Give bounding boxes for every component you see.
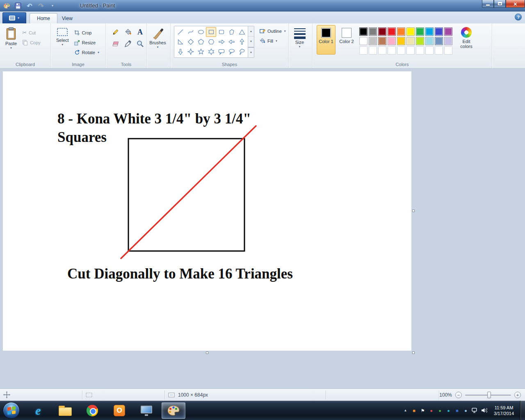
tray-lightblue-app-icon[interactable]: ● xyxy=(463,408,469,413)
show-desktop-button[interactable] xyxy=(520,401,525,420)
zoom-in-button[interactable]: + xyxy=(514,392,521,398)
palette-empty-slot[interactable] xyxy=(378,46,386,55)
maximize-button[interactable] xyxy=(494,0,506,8)
palette-color[interactable] xyxy=(425,37,434,45)
palette-color[interactable] xyxy=(378,27,386,36)
canvas-resize-handle-right[interactable] xyxy=(412,210,415,212)
text-tool-button[interactable]: A xyxy=(135,27,146,37)
rotate-button[interactable]: Rotate ▼ xyxy=(73,48,101,57)
palette-color[interactable] xyxy=(388,27,396,36)
outline-button[interactable]: Outline ▼ xyxy=(258,27,288,35)
minimize-button[interactable] xyxy=(482,0,494,8)
close-button[interactable]: × xyxy=(506,0,525,8)
shape-right-arrow[interactable] xyxy=(216,37,226,47)
color2-button[interactable]: Color 2 xyxy=(337,25,356,55)
cut-button[interactable]: ✂ Cut xyxy=(21,28,42,37)
palette-color[interactable] xyxy=(435,27,443,36)
tray-orange-app-icon[interactable]: ■ xyxy=(411,408,417,413)
redo-button[interactable]: ↷ xyxy=(37,2,45,10)
magnifier-tool-button[interactable] xyxy=(135,39,146,49)
tray-blue-app-icon[interactable]: ■ xyxy=(454,408,460,413)
shape-curve[interactable] xyxy=(185,27,196,37)
palette-empty-slot[interactable] xyxy=(444,46,452,55)
palette-color[interactable] xyxy=(416,37,424,45)
palette-color[interactable] xyxy=(416,27,424,36)
resize-button[interactable]: Resize xyxy=(73,38,101,47)
shape-line[interactable] xyxy=(175,27,185,37)
palette-color[interactable] xyxy=(359,27,368,36)
canvas-resize-handle-corner[interactable] xyxy=(412,352,415,354)
brushes-button[interactable]: Brushes ▼ xyxy=(147,25,168,49)
tab-view[interactable]: View xyxy=(55,13,80,23)
shapes-scroll-down-button[interactable]: ▼ xyxy=(248,37,254,47)
palette-color[interactable] xyxy=(359,37,368,45)
taskbar-outlook-button[interactable]: O xyxy=(107,402,131,419)
palette-color[interactable] xyxy=(369,27,377,36)
taskbar-chrome-button[interactable] xyxy=(80,402,104,419)
shape-rectangle[interactable] xyxy=(206,27,216,37)
palette-empty-slot[interactable] xyxy=(388,46,396,55)
taskbar-remote-desktop-button[interactable] xyxy=(135,402,158,419)
paint-app-icon[interactable] xyxy=(2,2,11,10)
palette-color[interactable] xyxy=(406,37,415,45)
save-button[interactable] xyxy=(14,2,22,10)
taskbar-internet-explorer-button[interactable]: e xyxy=(26,402,50,419)
palette-color[interactable] xyxy=(388,37,396,45)
palette-color[interactable] xyxy=(406,27,415,36)
shape-six-point-star[interactable] xyxy=(206,47,216,57)
palette-color[interactable] xyxy=(397,27,405,36)
tray-green-app-icon[interactable]: ● xyxy=(437,408,443,413)
palette-color[interactable] xyxy=(397,37,405,45)
palette-color[interactable] xyxy=(369,37,377,45)
color1-button[interactable]: Color 1 xyxy=(317,25,336,55)
shape-five-point-star[interactable] xyxy=(196,47,206,57)
shape-triangle[interactable] xyxy=(237,27,247,37)
fill-with-color-tool-button[interactable] xyxy=(122,27,133,37)
palette-empty-slot[interactable] xyxy=(369,46,377,55)
customize-quick-access-button[interactable]: ▼ xyxy=(48,2,57,10)
tray-red-app-icon[interactable]: ● xyxy=(428,408,434,413)
eraser-tool-button[interactable] xyxy=(110,39,121,49)
shape-oval[interactable] xyxy=(196,27,206,37)
start-button[interactable] xyxy=(3,402,20,419)
shape-hexagon[interactable] xyxy=(206,37,216,47)
palette-color[interactable] xyxy=(444,27,452,36)
crop-button[interactable]: Crop xyxy=(73,28,101,37)
shape-four-point-star[interactable] xyxy=(185,47,196,57)
shape-rounded-rectangle[interactable] xyxy=(216,27,226,37)
shape-polygon[interactable] xyxy=(226,27,237,37)
shape-down-arrow[interactable] xyxy=(175,47,185,57)
help-button[interactable]: ? xyxy=(515,14,522,21)
palette-empty-slot[interactable] xyxy=(435,46,443,55)
shape-pentagon[interactable] xyxy=(196,37,206,47)
palette-color[interactable] xyxy=(425,27,434,36)
shape-right-triangle[interactable] xyxy=(175,37,185,47)
undo-button[interactable]: ↶ xyxy=(25,2,34,10)
volume-icon[interactable] xyxy=(481,408,488,413)
palette-color[interactable] xyxy=(378,37,386,45)
file-menu-button[interactable]: ▼ xyxy=(2,12,26,23)
zoom-out-button[interactable]: − xyxy=(455,392,462,398)
shape-oval-callout[interactable] xyxy=(226,47,237,57)
shape-left-arrow[interactable] xyxy=(226,37,237,47)
drawing-canvas[interactable]: 8 - Kona White 3 1/4" by 3 1/4" Squares … xyxy=(3,71,411,351)
zoom-slider[interactable] xyxy=(465,391,511,399)
taskbar-paint-button[interactable] xyxy=(162,402,185,419)
palette-empty-slot[interactable] xyxy=(359,46,368,55)
tray-teal-app-icon[interactable]: ● xyxy=(445,408,452,413)
shape-cloud-callout[interactable] xyxy=(237,47,247,57)
shape-diamond[interactable] xyxy=(185,37,196,47)
zoom-slider-thumb[interactable] xyxy=(487,392,491,398)
edit-colors-button[interactable]: Edit colors xyxy=(456,27,477,49)
shapes-scroll-up-button[interactable]: ▲ xyxy=(248,26,254,37)
palette-empty-slot[interactable] xyxy=(425,46,434,55)
action-center-flag-icon[interactable]: ⚑ xyxy=(420,408,426,413)
paste-button[interactable]: Paste ▼ xyxy=(3,25,19,50)
color-picker-tool-button[interactable] xyxy=(122,39,133,49)
fill-button[interactable]: Fill ▼ xyxy=(258,37,288,45)
taskbar-windows-explorer-button[interactable] xyxy=(53,402,77,419)
palette-empty-slot[interactable] xyxy=(416,46,424,55)
select-button[interactable]: Select ▼ xyxy=(54,25,71,47)
show-hidden-icons-button[interactable]: ▲ xyxy=(402,408,409,413)
pencil-tool-button[interactable] xyxy=(110,27,121,37)
